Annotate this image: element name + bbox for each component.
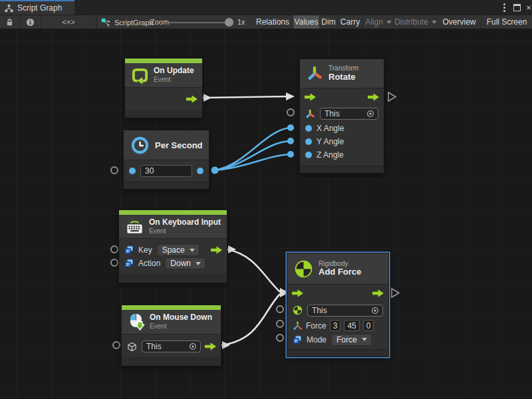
tab-title: Script Graph [17, 3, 62, 13]
vector3-icon [293, 321, 303, 331]
xangle-label: X Angle [317, 124, 344, 133]
xangle-port-dot[interactable] [305, 125, 312, 132]
action-label: Action [138, 259, 160, 268]
keyboard-icon [126, 219, 144, 235]
window-menu-button[interactable] [497, 0, 511, 15]
zoom-label: Zoom [150, 18, 169, 26]
action-dropdown[interactable]: Down [165, 257, 205, 269]
node-footer [287, 349, 388, 356]
info-icon [26, 18, 35, 27]
flow-input-port[interactable] [305, 93, 316, 101]
key-label: Key [138, 245, 152, 255]
persecond-value: 30 [145, 166, 154, 176]
object-picker-icon[interactable] [371, 307, 379, 315]
force-z-field[interactable]: 0 [363, 320, 374, 331]
flow-output-port[interactable] [205, 342, 216, 350]
code-preview-button[interactable]: <×> [41, 15, 96, 29]
flow-output-port[interactable] [211, 246, 222, 254]
wire-onupdate-to-rotate[interactable] [203, 96, 287, 98]
window-close-button[interactable]: × [522, 0, 532, 15]
mouse-this-port-ring[interactable] [112, 341, 120, 349]
wire-start-arrow-icon [203, 94, 211, 102]
kebab-menu-icon [503, 7, 505, 9]
yangle-label: Y Angle [317, 137, 344, 146]
hierarchy-icon [5, 4, 13, 13]
info-button[interactable] [20, 15, 41, 29]
persecond-input-port-ring[interactable] [110, 166, 118, 174]
clock-icon [130, 136, 150, 155]
yangle-port-dot[interactable] [305, 138, 312, 145]
relations-toggle[interactable]: Relations [253, 15, 293, 29]
lock-button[interactable] [0, 15, 20, 29]
wire-end-dot-icon [287, 138, 294, 144]
flow-output-port[interactable] [372, 289, 384, 297]
persecond-input-dot[interactable] [129, 168, 136, 174]
node-rotate[interactable]: Transform Rotate [299, 59, 384, 174]
toolbar-separator [96, 15, 97, 29]
node-footer [125, 110, 202, 118]
node-on-update[interactable]: On Update Event [124, 58, 203, 118]
dim-toggle[interactable]: Dim [320, 15, 338, 29]
addforce-this-field[interactable]: This [307, 305, 383, 317]
distribute-dropdown[interactable]: Distribute [394, 15, 438, 29]
tab-script-graph[interactable]: Script Graph [0, 0, 74, 15]
persecond-output-dot[interactable] [197, 168, 203, 174]
mode-dropdown[interactable]: Force [331, 334, 372, 346]
rigidbody-mini-icon [293, 305, 303, 315]
zangle-port-dot[interactable] [305, 152, 312, 158]
graph-canvas[interactable]: On Update Event Tra [0, 29, 532, 399]
force-y-field[interactable]: 45 [344, 320, 359, 331]
event-strip [125, 59, 202, 63]
keyboard-action-port-ring[interactable] [110, 259, 118, 267]
mouse-this-field[interactable]: This [142, 340, 201, 352]
flow-output-port[interactable] [368, 93, 379, 101]
addforce-mode-port-ring[interactable] [276, 334, 284, 342]
keyboard-key-port-ring[interactable] [110, 245, 118, 253]
wire-keyboard-to-addforce[interactable] [227, 249, 280, 292]
node-per-second[interactable]: Per Second 30 [123, 130, 209, 190]
zoom-slider-track[interactable] [168, 22, 231, 23]
maximize-icon [513, 4, 521, 11]
node-subtitle: Event [149, 227, 221, 235]
object-picker-icon[interactable] [189, 342, 197, 350]
graph-asset-selector[interactable]: ScriptGraph [101, 15, 154, 30]
flow-input-port[interactable] [292, 289, 303, 297]
this-value: This [312, 306, 327, 315]
persecond-value-field[interactable]: 30 [140, 165, 192, 177]
addforce-this-port-ring[interactable] [276, 305, 284, 313]
overview-button[interactable]: Overview [438, 15, 481, 29]
rigidbody-icon [294, 259, 313, 279]
node-on-keyboard-input[interactable]: On Keyboard Input Event Key Space [118, 209, 227, 283]
rotate-this-port-ring[interactable] [287, 108, 295, 116]
rotate-this-field[interactable]: This [320, 108, 378, 120]
zangle-label: Z Angle [317, 150, 344, 160]
code-icon: <×> [62, 18, 74, 26]
node-on-mouse-down[interactable]: On Mouse Down Event This [121, 305, 221, 366]
values-toggle[interactable]: Values [293, 15, 320, 29]
wire-persecond-to-xangle[interactable] [215, 128, 290, 170]
event-strip [119, 210, 227, 215]
update-loop-icon [132, 67, 148, 84]
node-add-force[interactable]: Rigidbody Add Force [287, 253, 389, 357]
object-picker-icon[interactable] [366, 110, 374, 118]
window-tab-bar: Script Graph × [0, 0, 532, 15]
rotate-flow-out-triangle-icon[interactable] [388, 92, 396, 101]
force-x-field[interactable]: 3 [330, 320, 341, 331]
addforce-flow-out-triangle-icon[interactable] [392, 289, 399, 297]
key-value: Space [162, 245, 185, 255]
zoom-slider-handle[interactable] [225, 18, 233, 27]
fullscreen-button[interactable]: Full Screen [481, 15, 532, 29]
script-graph-asset-icon [101, 18, 110, 27]
addforce-force-port-ring[interactable] [276, 320, 284, 328]
node-subtitle: Event [154, 76, 194, 84]
wire-end-dot-icon [287, 151, 294, 158]
flow-output-port[interactable] [186, 95, 198, 103]
gameobject-cube-icon [127, 342, 137, 352]
wire-source-dot-icon [211, 167, 219, 174]
node-footer [300, 166, 384, 173]
window-maximize-button[interactable] [510, 0, 523, 15]
zoom-value: 1x [237, 18, 245, 26]
wire-mouse-to-addforce[interactable] [221, 294, 280, 345]
key-dropdown[interactable]: Space [157, 244, 200, 256]
transform-mini-icon [305, 109, 315, 119]
